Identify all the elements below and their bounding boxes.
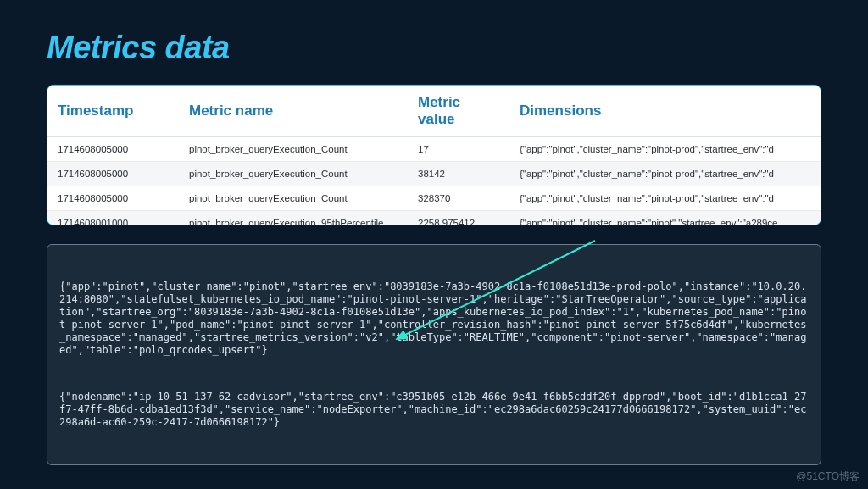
col-timestamp: Timestamp	[47, 86, 179, 137]
cell-dimensions: {"app":"pinot","cluster_name":"pinot","s…	[509, 211, 821, 226]
cell-metric-name: pinot_broker_queryExecution_Count	[179, 186, 408, 211]
cell-dimensions: {"app":"pinot","cluster_name":"pinot-pro…	[509, 186, 821, 211]
table: Timestamp Metric name Metric value Dimen…	[47, 86, 821, 225]
table-row: 1714608005000 pinot_broker_queryExecutio…	[47, 137, 821, 162]
cell-dimensions: {"app":"pinot","cluster_name":"pinot-pro…	[509, 162, 821, 186]
cell-timestamp: 1714608005000	[47, 186, 179, 211]
cell-dimensions: {"app":"pinot","cluster_name":"pinot-pro…	[509, 137, 821, 162]
cell-metric-name: pinot_broker_queryExecution_95thPercenti…	[179, 211, 408, 226]
json-block: {"app":"pinot","cluster_name":"pinot","s…	[59, 281, 809, 357]
cell-metric-name: pinot_broker_queryExecution_Count	[179, 137, 408, 162]
col-metric-value: Metric value	[408, 86, 509, 137]
cell-metric-value: 328370	[408, 186, 509, 211]
cell-timestamp: 1714608001000	[47, 211, 179, 226]
col-metric-name: Metric name	[179, 86, 408, 137]
table-row: 1714608005000 pinot_broker_queryExecutio…	[47, 186, 821, 211]
table-row: 1714608005000 pinot_broker_queryExecutio…	[47, 162, 821, 186]
json-block: {"nodename":"ip-10-51-137-62-cadvisor","…	[59, 391, 809, 429]
cell-metric-value: 2258.975412	[408, 211, 509, 226]
json-expansion: {"app":"pinot","cluster_name":"pinot","s…	[47, 244, 821, 465]
table-header-row: Timestamp Metric name Metric value Dimen…	[47, 86, 821, 137]
table-row: 1714608001000 pinot_broker_queryExecutio…	[47, 211, 821, 226]
col-dimensions: Dimensions	[509, 86, 821, 137]
cell-timestamp: 1714608005000	[47, 162, 179, 186]
page-title: Metrics data	[47, 30, 821, 66]
watermark: @51CTO博客	[796, 470, 860, 484]
cell-metric-value: 17	[408, 137, 509, 162]
cell-metric-name: pinot_broker_queryExecution_Count	[179, 162, 408, 186]
metrics-table: Timestamp Metric name Metric value Dimen…	[47, 85, 821, 225]
cell-metric-value: 38142	[408, 162, 509, 186]
slide: Metrics data Timestamp Metric name Metri…	[0, 0, 868, 489]
cell-timestamp: 1714608005000	[47, 137, 179, 162]
